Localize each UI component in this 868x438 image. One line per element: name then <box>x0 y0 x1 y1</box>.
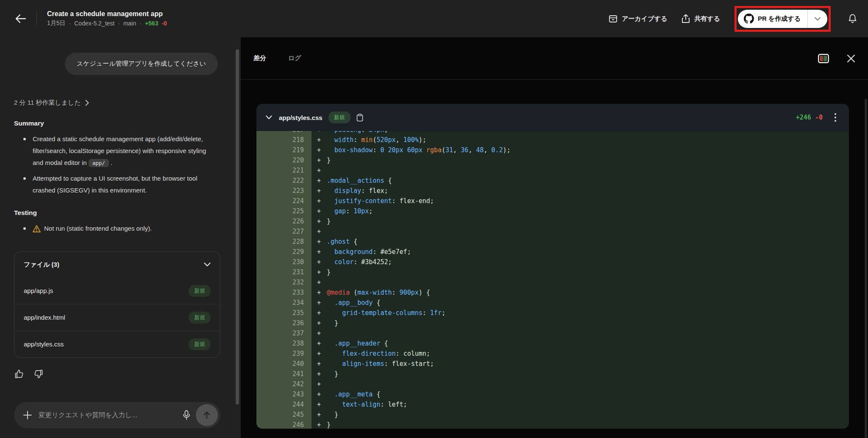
line-number: 239 <box>256 349 312 359</box>
diff-plus-marker: + <box>312 277 327 287</box>
code-line: 220+} <box>256 155 849 165</box>
left-panel-scrollbar[interactable] <box>236 49 239 405</box>
line-number: 236 <box>256 318 312 328</box>
user-message-bubble: スケジュール管理アプリを作成してください <box>65 53 218 75</box>
split-view-toggle[interactable] <box>818 54 829 63</box>
collapse-file-button[interactable] <box>266 115 272 120</box>
diff-plus-marker: + <box>312 338 327 349</box>
microphone-icon <box>182 410 191 420</box>
create-pr-main[interactable]: PR を作成する <box>738 14 807 24</box>
mic-button[interactable] <box>182 410 191 420</box>
task-date: 1月5日 <box>47 20 66 27</box>
conversation-panel: スケジュール管理アプリを作成してください 2 分 11 秒作業しました Summ… <box>0 37 241 438</box>
bell-icon <box>848 14 857 24</box>
code-text: .modal__actions { <box>327 176 849 186</box>
inline-code-chip: app/ <box>89 159 109 167</box>
line-number: 244 <box>256 399 312 410</box>
thumbs-down-button[interactable] <box>33 369 44 379</box>
files-card-title: ファイル (3) <box>24 261 59 269</box>
split-diff-icon <box>818 54 829 63</box>
code-line: 222+.modal__actions { <box>256 176 849 186</box>
attach-button[interactable] <box>23 411 32 419</box>
tab-diff[interactable]: 差分 <box>253 54 266 62</box>
file-row[interactable]: app/app.js新規 <box>14 278 220 304</box>
summary-text: Attempted to capture a UI screenshot, bu… <box>33 175 198 194</box>
code-line: 240+ align-items: flex-start; <box>256 359 849 369</box>
code-text: width: min(520px, 100%); <box>327 135 849 145</box>
code-viewport: 217+ padding: 24px;218+ width: min(520px… <box>256 131 849 429</box>
summary-list: Created a static schedule management app… <box>14 133 213 196</box>
code-line: 221+ <box>256 165 849 176</box>
summary-text: . <box>109 159 112 166</box>
code-line: 245+ } <box>256 410 849 420</box>
code-text: grid-template-columns: 1fr; <box>327 308 849 318</box>
file-menu-button[interactable] <box>833 112 838 123</box>
top-header-bar: Create a schedule management app 1月5日 · … <box>0 0 868 37</box>
code-line: 229+ background: #e5e7ef; <box>256 247 849 257</box>
task-meta: 1月5日 · Codex-5.2_test · main · +563 -0 <box>47 20 167 27</box>
diff-plus-marker: + <box>312 379 327 389</box>
archive-button[interactable]: アーカイブする <box>609 14 667 23</box>
file-diff-stats: +246 -0 <box>796 114 823 121</box>
code-line: 237+ <box>256 328 849 338</box>
files-card-header[interactable]: ファイル (3) <box>14 252 220 278</box>
diff-plus-marker: + <box>312 237 327 247</box>
message-input[interactable] <box>39 411 182 419</box>
composer-bar <box>14 402 220 428</box>
line-number: 225 <box>256 206 312 216</box>
notifications-button[interactable] <box>845 11 860 26</box>
diff-filename: app/styles.css <box>279 114 323 121</box>
code-line: 236+ } <box>256 318 849 328</box>
code-line: 225+ gap: 10px; <box>256 206 849 216</box>
diff-panel-scrollbar[interactable] <box>865 99 867 438</box>
diff-plus-marker: + <box>312 267 327 277</box>
summary-item: Created a static schedule management app… <box>14 133 213 169</box>
code-text: color: #3b4252; <box>327 257 849 267</box>
line-number: 238 <box>256 338 312 349</box>
warning-icon <box>33 225 41 232</box>
code-line: 219+ box-shadow: 0 20px 60px rgba(31, 36… <box>256 145 849 155</box>
codex-app-window: Create a schedule management app 1月5日 · … <box>0 0 868 438</box>
back-button[interactable] <box>12 10 29 27</box>
line-number: 235 <box>256 308 312 318</box>
file-row[interactable]: app/styles.css新規 <box>14 331 220 357</box>
thumbs-up-button[interactable] <box>14 369 24 379</box>
line-number: 217 <box>256 131 312 135</box>
create-pr-button[interactable]: PR を作成する <box>738 10 827 28</box>
file-name: app/app.js <box>24 287 53 294</box>
code-text: } <box>327 267 849 277</box>
pr-button-wrap: PR を作成する <box>734 6 831 32</box>
diff-plus-marker: + <box>312 349 327 359</box>
diff-plus-marker: + <box>312 206 327 216</box>
code-text: .app__meta { <box>327 389 849 399</box>
code-diff-lines: 217+ padding: 24px;218+ width: min(520px… <box>256 131 849 429</box>
worked-duration-toggle[interactable]: 2 分 11 秒作業しました <box>14 99 241 107</box>
line-number: 246 <box>256 420 312 429</box>
code-text: flex-direction: column; <box>327 349 849 359</box>
code-text <box>327 379 849 389</box>
thumbs-up-icon <box>14 369 24 379</box>
tab-log[interactable]: ログ <box>288 54 301 62</box>
code-text <box>327 328 849 338</box>
header-actions: アーカイブする 共有する PR を作成する <box>609 6 868 32</box>
code-line: 227+ <box>256 226 849 237</box>
code-text: .ghost { <box>327 237 849 247</box>
copy-path-button[interactable] <box>356 114 363 122</box>
diff-panel-tabbar: 差分 ログ <box>241 37 868 80</box>
share-button[interactable]: 共有する <box>682 14 720 23</box>
line-number: 221 <box>256 165 312 176</box>
line-number: 223 <box>256 186 312 196</box>
code-text: gap: 10px; <box>327 206 849 216</box>
file-status-badge: 新規 <box>328 112 351 123</box>
pr-options-button[interactable] <box>808 10 827 28</box>
file-row[interactable]: app/index.html新規 <box>14 304 220 331</box>
line-number: 230 <box>256 257 312 267</box>
code-line: 233+@media (max-width: 900px) { <box>256 287 849 298</box>
diff-plus-marker: + <box>312 216 327 226</box>
code-text: } <box>327 369 849 379</box>
send-button[interactable] <box>196 404 218 426</box>
diff-plus-marker: + <box>312 135 327 145</box>
diff-plus-marker: + <box>312 165 327 176</box>
close-panel-button[interactable] <box>847 54 855 63</box>
task-branch: main <box>123 20 136 27</box>
